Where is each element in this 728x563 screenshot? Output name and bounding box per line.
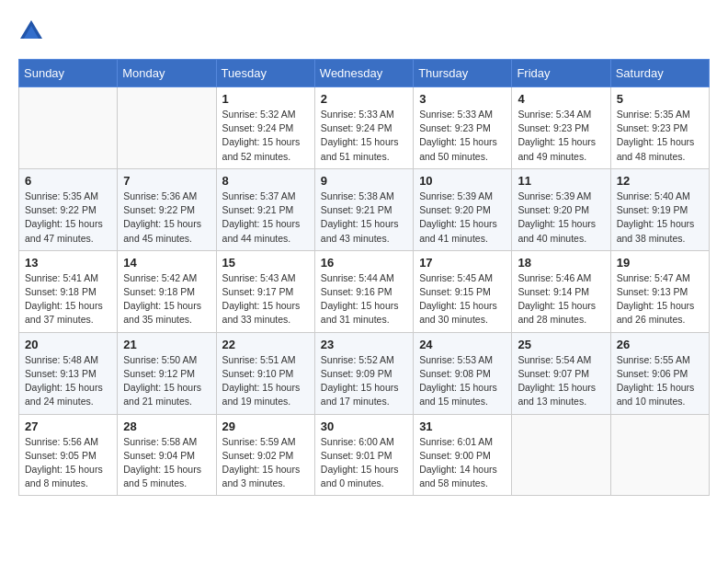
day-info: Sunrise: 5:36 AM Sunset: 9:22 PM Dayligh…: [123, 190, 210, 246]
calendar-cell: 26Sunrise: 5:55 AM Sunset: 9:06 PM Dayli…: [610, 332, 709, 414]
day-info: Sunrise: 5:46 AM Sunset: 9:14 PM Dayligh…: [518, 271, 604, 327]
calendar-cell: 22Sunrise: 5:51 AM Sunset: 9:10 PM Dayli…: [216, 332, 314, 414]
day-info: Sunrise: 5:52 AM Sunset: 9:09 PM Dayligh…: [321, 353, 407, 409]
day-info: Sunrise: 5:56 AM Sunset: 9:05 PM Dayligh…: [25, 435, 111, 491]
day-info: Sunrise: 5:39 AM Sunset: 9:20 PM Dayligh…: [419, 190, 506, 246]
day-number: 7: [123, 174, 210, 188]
calendar-cell: 13Sunrise: 5:41 AM Sunset: 9:18 PM Dayli…: [19, 250, 118, 332]
day-info: Sunrise: 5:54 AM Sunset: 9:07 PM Dayligh…: [518, 353, 604, 409]
day-info: Sunrise: 5:40 AM Sunset: 9:19 PM Dayligh…: [617, 190, 703, 246]
calendar-cell: 7Sunrise: 5:36 AM Sunset: 9:22 PM Daylig…: [118, 168, 216, 250]
day-info: Sunrise: 5:38 AM Sunset: 9:21 PM Dayligh…: [321, 190, 407, 246]
day-info: Sunrise: 5:53 AM Sunset: 9:08 PM Dayligh…: [419, 353, 506, 409]
calendar-cell: 3Sunrise: 5:33 AM Sunset: 9:23 PM Daylig…: [414, 87, 512, 169]
day-number: 11: [518, 174, 604, 188]
calendar-week-row: 1Sunrise: 5:32 AM Sunset: 9:24 PM Daylig…: [19, 87, 710, 169]
day-number: 3: [419, 92, 506, 106]
day-info: Sunrise: 5:33 AM Sunset: 9:24 PM Dayligh…: [321, 108, 407, 164]
weekday-header: Sunday: [19, 60, 118, 87]
day-number: 23: [321, 338, 407, 351]
calendar-cell: 19Sunrise: 5:47 AM Sunset: 9:13 PM Dayli…: [610, 250, 709, 332]
calendar-cell: 10Sunrise: 5:39 AM Sunset: 9:20 PM Dayli…: [414, 168, 512, 250]
day-number: 24: [419, 338, 506, 351]
day-info: Sunrise: 6:00 AM Sunset: 9:01 PM Dayligh…: [321, 435, 407, 491]
calendar-cell: 21Sunrise: 5:50 AM Sunset: 9:12 PM Dayli…: [118, 332, 216, 414]
day-number: 22: [222, 338, 309, 351]
day-info: Sunrise: 5:35 AM Sunset: 9:22 PM Dayligh…: [25, 190, 111, 246]
day-info: Sunrise: 5:35 AM Sunset: 9:23 PM Dayligh…: [617, 108, 703, 164]
day-info: Sunrise: 5:42 AM Sunset: 9:18 PM Dayligh…: [123, 271, 210, 327]
day-info: Sunrise: 5:33 AM Sunset: 9:23 PM Dayligh…: [419, 108, 506, 164]
day-info: Sunrise: 5:47 AM Sunset: 9:13 PM Dayligh…: [617, 271, 703, 327]
calendar-cell: 9Sunrise: 5:38 AM Sunset: 9:21 PM Daylig…: [314, 168, 413, 250]
calendar-cell: 5Sunrise: 5:35 AM Sunset: 9:23 PM Daylig…: [610, 87, 709, 169]
calendar-cell: 6Sunrise: 5:35 AM Sunset: 9:22 PM Daylig…: [19, 168, 118, 250]
calendar-cell: 4Sunrise: 5:34 AM Sunset: 9:23 PM Daylig…: [512, 87, 610, 169]
day-info: Sunrise: 5:41 AM Sunset: 9:18 PM Dayligh…: [25, 271, 111, 327]
calendar-cell: 12Sunrise: 5:40 AM Sunset: 9:19 PM Dayli…: [610, 168, 709, 250]
day-number: 31: [419, 419, 506, 433]
calendar-cell: 31Sunrise: 6:01 AM Sunset: 9:00 PM Dayli…: [414, 414, 512, 496]
day-info: Sunrise: 5:44 AM Sunset: 9:16 PM Dayligh…: [321, 271, 407, 327]
day-number: 16: [321, 256, 407, 270]
day-number: 1: [222, 92, 309, 106]
day-number: 15: [222, 256, 309, 270]
day-info: Sunrise: 5:32 AM Sunset: 9:24 PM Dayligh…: [222, 108, 309, 164]
calendar-week-row: 20Sunrise: 5:48 AM Sunset: 9:13 PM Dayli…: [19, 332, 710, 414]
day-info: Sunrise: 5:43 AM Sunset: 9:17 PM Dayligh…: [222, 271, 309, 327]
calendar-cell: 24Sunrise: 5:53 AM Sunset: 9:08 PM Dayli…: [414, 332, 512, 414]
weekday-header: Saturday: [610, 60, 709, 87]
day-number: 4: [518, 92, 604, 106]
day-number: 14: [123, 256, 210, 270]
day-number: 26: [617, 338, 703, 351]
day-info: Sunrise: 5:48 AM Sunset: 9:13 PM Dayligh…: [25, 353, 111, 409]
calendar-cell: 2Sunrise: 5:33 AM Sunset: 9:24 PM Daylig…: [314, 87, 413, 169]
day-number: 2: [321, 92, 407, 106]
calendar-week-row: 6Sunrise: 5:35 AM Sunset: 9:22 PM Daylig…: [19, 168, 710, 250]
calendar-cell: 15Sunrise: 5:43 AM Sunset: 9:17 PM Dayli…: [216, 250, 314, 332]
weekday-header: Wednesday: [314, 60, 413, 87]
calendar-cell: [610, 414, 709, 496]
day-number: 29: [222, 419, 309, 433]
day-number: 13: [25, 256, 111, 270]
calendar-cell: 20Sunrise: 5:48 AM Sunset: 9:13 PM Dayli…: [19, 332, 118, 414]
day-number: 19: [617, 256, 703, 270]
day-number: 20: [25, 338, 111, 351]
day-number: 30: [321, 419, 407, 433]
weekday-header: Thursday: [414, 60, 512, 87]
calendar-cell: 23Sunrise: 5:52 AM Sunset: 9:09 PM Dayli…: [314, 332, 413, 414]
calendar-cell: 11Sunrise: 5:39 AM Sunset: 9:20 PM Dayli…: [512, 168, 610, 250]
day-info: Sunrise: 5:45 AM Sunset: 9:15 PM Dayligh…: [419, 271, 506, 327]
calendar-cell: 29Sunrise: 5:59 AM Sunset: 9:02 PM Dayli…: [216, 414, 314, 496]
calendar-cell: 27Sunrise: 5:56 AM Sunset: 9:05 PM Dayli…: [19, 414, 118, 496]
day-number: 10: [419, 174, 506, 188]
calendar-cell: 17Sunrise: 5:45 AM Sunset: 9:15 PM Dayli…: [414, 250, 512, 332]
calendar-cell: [512, 414, 610, 496]
page-header: [18, 18, 710, 44]
day-info: Sunrise: 5:58 AM Sunset: 9:04 PM Dayligh…: [123, 435, 210, 491]
day-info: Sunrise: 5:37 AM Sunset: 9:21 PM Dayligh…: [222, 190, 309, 246]
day-info: Sunrise: 5:50 AM Sunset: 9:12 PM Dayligh…: [123, 353, 210, 409]
weekday-header: Tuesday: [216, 60, 314, 87]
calendar-cell: 25Sunrise: 5:54 AM Sunset: 9:07 PM Dayli…: [512, 332, 610, 414]
day-number: 25: [518, 338, 604, 351]
day-number: 5: [617, 92, 703, 106]
calendar-cell: 1Sunrise: 5:32 AM Sunset: 9:24 PM Daylig…: [216, 87, 314, 169]
logo: [18, 18, 48, 44]
day-info: Sunrise: 5:39 AM Sunset: 9:20 PM Dayligh…: [518, 190, 604, 246]
calendar-cell: 30Sunrise: 6:00 AM Sunset: 9:01 PM Dayli…: [314, 414, 413, 496]
day-number: 12: [617, 174, 703, 188]
weekday-header: Monday: [118, 60, 216, 87]
calendar-week-row: 27Sunrise: 5:56 AM Sunset: 9:05 PM Dayli…: [19, 414, 710, 496]
day-info: Sunrise: 5:34 AM Sunset: 9:23 PM Dayligh…: [518, 108, 604, 164]
logo-icon: [18, 18, 44, 44]
day-info: Sunrise: 5:55 AM Sunset: 9:06 PM Dayligh…: [617, 353, 703, 409]
calendar-cell: 8Sunrise: 5:37 AM Sunset: 9:21 PM Daylig…: [216, 168, 314, 250]
calendar-cell: [19, 87, 118, 169]
calendar-table: SundayMondayTuesdayWednesdayThursdayFrid…: [18, 59, 710, 496]
day-number: 9: [321, 174, 407, 188]
weekday-header: Friday: [512, 60, 610, 87]
calendar-cell: 14Sunrise: 5:42 AM Sunset: 9:18 PM Dayli…: [118, 250, 216, 332]
day-number: 28: [123, 419, 210, 433]
day-number: 6: [25, 174, 111, 188]
